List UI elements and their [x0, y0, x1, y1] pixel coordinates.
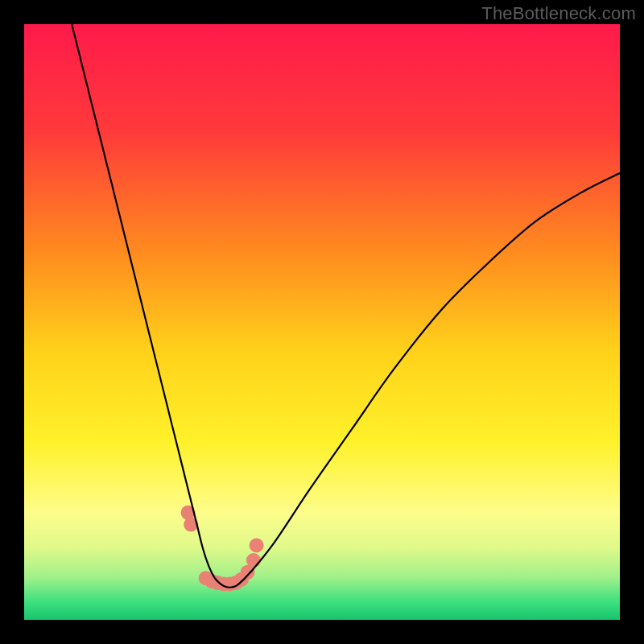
plot-area [24, 24, 620, 620]
watermark-text: TheBottleneck.com [481, 3, 636, 24]
highlight-point [250, 539, 264, 553]
chart-frame: TheBottleneck.com [0, 0, 644, 644]
gradient-background [24, 24, 620, 620]
chart-svg [24, 24, 620, 620]
highlight-point [246, 553, 261, 568]
